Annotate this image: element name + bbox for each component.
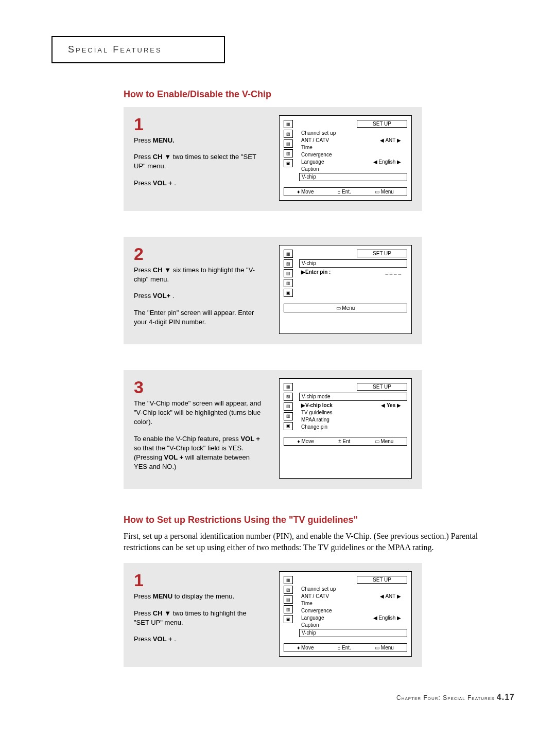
osd-side-icon: ▥	[284, 412, 293, 420]
osd-footer: ♦ Move± Ent▭ Menu	[284, 437, 407, 446]
step-paragraph: Press CH ▼ two times to highlight the "S…	[134, 609, 263, 627]
header-box: Special Features	[51, 36, 225, 63]
osd-side-icon: ▣	[284, 615, 293, 623]
osd-body: Channel set up ANT / CATV ◀ ANT ▶ Time C…	[299, 586, 407, 637]
step-number: 1	[134, 115, 263, 133]
step-paragraph: Press VOL + .	[134, 635, 263, 644]
osd-item-label: ▶Enter pin :	[301, 269, 331, 276]
step-text-col: 3 The "V-Chip mode" screen will appear, …	[134, 378, 263, 479]
osd-item: MPAA rating	[299, 416, 407, 424]
step-block: 1 Press MENU to display the menu.Press C…	[124, 563, 422, 667]
osd-side-icons: ▦▧▤▥▣	[284, 383, 295, 432]
osd-screen: ▦▧▤▥▣ SET UP Channel set up ANT / CATV ◀…	[279, 571, 412, 657]
steps-a-container: 1 Press MENU.Press CH ▼ two times to sel…	[51, 107, 515, 489]
osd-side-icon: ▣	[284, 159, 293, 167]
step-text-col: 1 Press MENU.Press CH ▼ two times to sel…	[134, 115, 263, 201]
osd-footer-item: ± Ent.	[338, 645, 351, 650]
header-title: Special Features	[68, 44, 162, 55]
osd-item: Convergence	[299, 151, 407, 159]
osd-side-icon: ▧	[284, 259, 293, 268]
osd-side-icon: ▤	[284, 269, 293, 277]
osd-item: Language ◀ English ▶	[299, 159, 407, 166]
osd-item-label: ▶V-chip lock	[301, 402, 333, 409]
osd-side-icons: ▦▧▤▥▣	[284, 250, 295, 298]
osd-item: V-chip	[299, 629, 407, 637]
osd-side-icon: ▧	[284, 586, 293, 594]
step-paragraph: The "Enter pin" screen will appear. Ente…	[134, 308, 263, 327]
osd-side-icons: ▦▧▤▥▣	[284, 120, 295, 182]
step-text-col: 2 Press CH ▼ six times to highlight the …	[134, 245, 263, 334]
osd-item-label: V-chip	[302, 260, 316, 267]
step-screen-col: ▦▧▤▥▣ SET UP V-chip ▶Enter pin : _ _ _ _…	[263, 245, 412, 334]
osd-footer: ♦ Move± Ent.▭ Menu	[284, 643, 407, 652]
osd-item-label: Language	[301, 614, 324, 622]
step-screen-col: ▦▧▤▥▣ SET UP Channel set up ANT / CATV ◀…	[263, 571, 412, 657]
step-paragraph: Press VOL+ .	[134, 291, 263, 301]
osd-item-label: ANT / CATV	[301, 593, 329, 600]
osd-item-label: Caption	[301, 622, 319, 629]
osd-screen: ▦▧▤▥▣ SET UP Channel set up ANT / CATV ◀…	[279, 115, 412, 201]
step-paragraph: Press CH ▼ two times to select the "SET …	[134, 152, 263, 171]
osd-item-label: Channel set up	[301, 130, 336, 137]
osd-footer-item: ♦ Move	[297, 189, 314, 195]
osd-item: Channel set up	[299, 586, 407, 593]
step-paragraph: To enable the V-Chip feature, press VOL …	[134, 434, 263, 472]
osd-side-icon: ▦	[284, 383, 293, 391]
osd-side-icon: ▦	[284, 250, 293, 258]
osd-side-icon: ▤	[284, 595, 293, 604]
osd-footer-item: ▭ Menu	[375, 189, 394, 195]
osd-side-icon: ▣	[284, 289, 293, 297]
section-title-1: How to Enable/Disable the V-Chip	[124, 89, 515, 100]
page: Special Features How to Enable/Disable t…	[0, 0, 556, 723]
osd-screen: ▦▧▤▥▣ SET UP V-chip ▶Enter pin : _ _ _ _…	[279, 245, 412, 334]
step-number: 2	[134, 245, 263, 262]
osd-footer-item: ± Ent	[338, 438, 350, 444]
step-paragraph: Press MENU.	[134, 136, 263, 145]
osd-body: V-chip ▶Enter pin : _ _ _ _	[299, 259, 407, 276]
osd-side-icon: ▦	[284, 576, 293, 584]
osd-footer-item: ▭ Menu	[375, 438, 394, 444]
osd-item-label: TV guidelines	[301, 409, 333, 416]
osd-side-icon: ▦	[284, 120, 293, 128]
step-text-col: 1 Press MENU to display the menu.Press C…	[134, 571, 263, 657]
osd-side-icon: ▥	[284, 605, 293, 613]
osd-item: TV guidelines	[299, 409, 407, 416]
step-paragraph: Press VOL + .	[134, 179, 263, 188]
osd-item-label: V-chip	[302, 629, 316, 637]
osd-item-label: Language	[301, 159, 324, 166]
osd-item-label: Channel set up	[301, 586, 336, 593]
osd-item: Language ◀ English ▶	[299, 614, 407, 622]
osd-item-label: Convergence	[301, 607, 332, 614]
osd-item-label: Caption	[301, 166, 319, 173]
osd-item-label: Time	[301, 600, 312, 607]
osd-body: Channel set up ANT / CATV ◀ ANT ▶ Time C…	[299, 130, 407, 181]
osd-item: Time	[299, 144, 407, 151]
step-block: 2 Press CH ▼ six times to highlight the …	[124, 237, 422, 344]
osd-item: Time	[299, 600, 407, 607]
osd-footer: ▭ Menu	[284, 304, 407, 312]
osd-item: Caption	[299, 166, 407, 173]
osd-side-icons: ▦▧▤▥▣	[284, 576, 295, 638]
osd-item-label: V-chip	[302, 173, 316, 181]
osd-body: V-chip mode ▶V-chip lock ◀ Yes ▶ TV guid…	[299, 393, 407, 431]
step-paragraph: Press MENU to display the menu.	[134, 592, 263, 601]
step-paragraph: The "V-Chip mode" screen will appear, an…	[134, 399, 263, 427]
step-block: 3 The "V-Chip mode" screen will appear, …	[124, 370, 422, 489]
osd-item-label: Convergence	[301, 151, 332, 159]
osd-title: SET UP	[357, 576, 407, 584]
osd-side-icon: ▧	[284, 130, 293, 138]
osd-item: ▶Enter pin : _ _ _ _	[299, 269, 407, 276]
osd-footer-item: ▭ Menu	[375, 645, 394, 650]
osd-side-icon: ▣	[284, 422, 293, 430]
osd-title: SET UP	[357, 250, 407, 257]
osd-item: Caption	[299, 622, 407, 629]
osd-item: Channel set up	[299, 130, 407, 137]
osd-side-icon: ▥	[284, 149, 293, 157]
osd-footer-item: ± Ent.	[338, 189, 351, 195]
osd-item: Convergence	[299, 607, 407, 614]
footer-page-number: 4.17	[497, 693, 515, 701]
osd-footer-item: ♦ Move	[298, 438, 314, 444]
osd-footer: ♦ Move± Ent.▭ Menu	[284, 187, 407, 196]
step-number: 3	[134, 378, 263, 396]
osd-item: V-chip	[299, 259, 407, 268]
